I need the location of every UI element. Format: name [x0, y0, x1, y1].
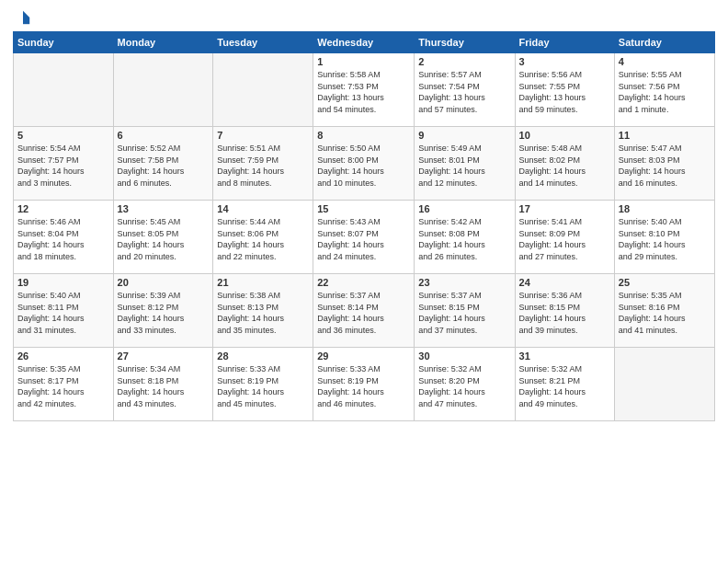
day-info: Sunrise: 5:47 AMSunset: 8:03 PMDaylight:… — [619, 143, 711, 189]
day-info: Sunrise: 5:52 AMSunset: 7:58 PMDaylight:… — [118, 143, 210, 189]
calendar-day-cell: 5Sunrise: 5:54 AMSunset: 7:57 PMDaylight… — [14, 127, 114, 201]
calendar-day-cell: 1Sunrise: 5:58 AMSunset: 7:53 PMDaylight… — [313, 53, 415, 127]
day-info: Sunrise: 5:58 AMSunset: 7:53 PMDaylight:… — [317, 69, 410, 115]
day-info: Sunrise: 5:39 AMSunset: 8:12 PMDaylight:… — [118, 290, 210, 336]
day-info: Sunrise: 5:37 AMSunset: 8:15 PMDaylight:… — [418, 290, 510, 336]
day-info: Sunrise: 5:40 AMSunset: 8:10 PMDaylight:… — [619, 216, 711, 262]
calendar-day-cell: 18Sunrise: 5:40 AMSunset: 8:10 PMDayligh… — [614, 201, 714, 274]
calendar-day-cell: 20Sunrise: 5:39 AMSunset: 8:12 PMDayligh… — [113, 274, 213, 348]
day-info: Sunrise: 5:44 AMSunset: 8:06 PMDaylight:… — [217, 216, 309, 262]
calendar-week-row: 19Sunrise: 5:40 AMSunset: 8:11 PMDayligh… — [14, 274, 715, 348]
calendar-day-cell: 22Sunrise: 5:37 AMSunset: 8:14 PMDayligh… — [313, 274, 415, 348]
logo — [13, 9, 31, 26]
logo-icon — [15, 9, 31, 26]
day-number: 11 — [619, 130, 711, 141]
day-info: Sunrise: 5:56 AMSunset: 7:55 PMDaylight:… — [519, 69, 610, 115]
day-number: 26 — [17, 350, 109, 362]
calendar-day-cell: 10Sunrise: 5:48 AMSunset: 8:02 PMDayligh… — [515, 127, 614, 201]
day-info: Sunrise: 5:40 AMSunset: 8:11 PMDaylight:… — [17, 290, 109, 336]
day-number: 17 — [519, 203, 610, 214]
day-number: 2 — [418, 56, 510, 67]
calendar-week-row: 12Sunrise: 5:46 AMSunset: 8:04 PMDayligh… — [14, 201, 715, 274]
calendar-day-cell: 29Sunrise: 5:33 AMSunset: 8:19 PMDayligh… — [313, 348, 415, 421]
day-number: 27 — [118, 350, 210, 362]
calendar-day-cell: 25Sunrise: 5:35 AMSunset: 8:16 PMDayligh… — [614, 274, 714, 348]
day-info: Sunrise: 5:43 AMSunset: 8:07 PMDaylight:… — [317, 216, 410, 262]
svg-marker-0 — [23, 11, 29, 17]
page: SundayMondayTuesdayWednesdayThursdayFrid… — [0, 0, 728, 563]
svg-marker-1 — [23, 17, 29, 24]
day-info: Sunrise: 5:54 AMSunset: 7:57 PMDaylight:… — [17, 143, 109, 189]
weekday-header: Wednesday — [313, 32, 415, 53]
day-info: Sunrise: 5:55 AMSunset: 7:56 PMDaylight:… — [619, 69, 711, 115]
calendar-day-cell: 15Sunrise: 5:43 AMSunset: 8:07 PMDayligh… — [313, 201, 415, 274]
day-number: 22 — [317, 277, 410, 288]
calendar-day-cell: 4Sunrise: 5:55 AMSunset: 7:56 PMDaylight… — [614, 53, 714, 127]
day-info: Sunrise: 5:38 AMSunset: 8:13 PMDaylight:… — [217, 290, 309, 336]
calendar-day-cell: 31Sunrise: 5:32 AMSunset: 8:21 PMDayligh… — [515, 348, 614, 421]
calendar-day-cell: 26Sunrise: 5:35 AMSunset: 8:17 PMDayligh… — [14, 348, 114, 421]
day-number: 29 — [317, 350, 410, 362]
day-number: 30 — [418, 350, 510, 362]
day-number: 13 — [118, 203, 210, 214]
day-number: 24 — [519, 277, 610, 288]
calendar-day-cell: 14Sunrise: 5:44 AMSunset: 8:06 PMDayligh… — [213, 201, 313, 274]
calendar-day-cell — [614, 348, 714, 421]
calendar-day-cell: 24Sunrise: 5:36 AMSunset: 8:15 PMDayligh… — [515, 274, 614, 348]
day-info: Sunrise: 5:49 AMSunset: 8:01 PMDaylight:… — [418, 143, 510, 189]
day-number: 3 — [519, 56, 610, 67]
calendar-day-cell: 8Sunrise: 5:50 AMSunset: 8:00 PMDaylight… — [313, 127, 415, 201]
calendar-day-cell: 12Sunrise: 5:46 AMSunset: 8:04 PMDayligh… — [14, 201, 114, 274]
calendar-day-cell: 23Sunrise: 5:37 AMSunset: 8:15 PMDayligh… — [415, 274, 515, 348]
weekday-header: Friday — [515, 32, 614, 53]
day-info: Sunrise: 5:32 AMSunset: 8:21 PMDaylight:… — [519, 363, 610, 409]
calendar-day-cell — [113, 53, 213, 127]
day-number: 19 — [17, 277, 109, 288]
day-number: 28 — [217, 350, 309, 362]
day-info: Sunrise: 5:34 AMSunset: 8:18 PMDaylight:… — [118, 363, 210, 409]
calendar-day-cell: 30Sunrise: 5:32 AMSunset: 8:20 PMDayligh… — [415, 348, 515, 421]
day-number: 16 — [418, 203, 510, 214]
day-number: 4 — [619, 56, 711, 67]
day-number: 20 — [118, 277, 210, 288]
calendar-day-cell: 3Sunrise: 5:56 AMSunset: 7:55 PMDaylight… — [515, 53, 614, 127]
calendar-day-cell: 17Sunrise: 5:41 AMSunset: 8:09 PMDayligh… — [515, 201, 614, 274]
day-info: Sunrise: 5:50 AMSunset: 8:00 PMDaylight:… — [317, 143, 410, 189]
weekday-header: Saturday — [614, 32, 714, 53]
day-info: Sunrise: 5:41 AMSunset: 8:09 PMDaylight:… — [519, 216, 610, 262]
day-info: Sunrise: 5:57 AMSunset: 7:54 PMDaylight:… — [418, 69, 510, 115]
calendar-day-cell — [14, 53, 114, 127]
day-info: Sunrise: 5:33 AMSunset: 8:19 PMDaylight:… — [217, 363, 309, 409]
day-number: 21 — [217, 277, 309, 288]
day-number: 12 — [17, 203, 109, 214]
day-number: 5 — [17, 130, 109, 141]
day-number: 23 — [418, 277, 510, 288]
day-info: Sunrise: 5:36 AMSunset: 8:15 PMDaylight:… — [519, 290, 610, 336]
day-number: 6 — [118, 130, 210, 141]
day-info: Sunrise: 5:48 AMSunset: 8:02 PMDaylight:… — [519, 143, 610, 189]
day-number: 25 — [619, 277, 711, 288]
day-number: 31 — [519, 350, 610, 362]
calendar-day-cell: 21Sunrise: 5:38 AMSunset: 8:13 PMDayligh… — [213, 274, 313, 348]
calendar-day-cell: 6Sunrise: 5:52 AMSunset: 7:58 PMDaylight… — [113, 127, 213, 201]
calendar-week-row: 26Sunrise: 5:35 AMSunset: 8:17 PMDayligh… — [14, 348, 715, 421]
calendar-header-row: SundayMondayTuesdayWednesdayThursdayFrid… — [14, 32, 715, 53]
calendar-week-row: 1Sunrise: 5:58 AMSunset: 7:53 PMDaylight… — [14, 53, 715, 127]
day-info: Sunrise: 5:32 AMSunset: 8:20 PMDaylight:… — [418, 363, 510, 409]
calendar-week-row: 5Sunrise: 5:54 AMSunset: 7:57 PMDaylight… — [14, 127, 715, 201]
weekday-header: Tuesday — [213, 32, 313, 53]
weekday-header: Sunday — [14, 32, 114, 53]
day-number: 10 — [519, 130, 610, 141]
day-number: 9 — [418, 130, 510, 141]
day-number: 8 — [317, 130, 410, 141]
calendar-day-cell: 7Sunrise: 5:51 AMSunset: 7:59 PMDaylight… — [213, 127, 313, 201]
day-number: 18 — [619, 203, 711, 214]
calendar-day-cell: 16Sunrise: 5:42 AMSunset: 8:08 PMDayligh… — [415, 201, 515, 274]
header — [13, 9, 715, 26]
weekday-header: Monday — [113, 32, 213, 53]
day-number: 1 — [317, 56, 410, 67]
calendar-table: SundayMondayTuesdayWednesdayThursdayFrid… — [13, 31, 715, 421]
calendar-day-cell: 27Sunrise: 5:34 AMSunset: 8:18 PMDayligh… — [113, 348, 213, 421]
day-info: Sunrise: 5:37 AMSunset: 8:14 PMDaylight:… — [317, 290, 410, 336]
day-info: Sunrise: 5:35 AMSunset: 8:17 PMDaylight:… — [17, 363, 109, 409]
